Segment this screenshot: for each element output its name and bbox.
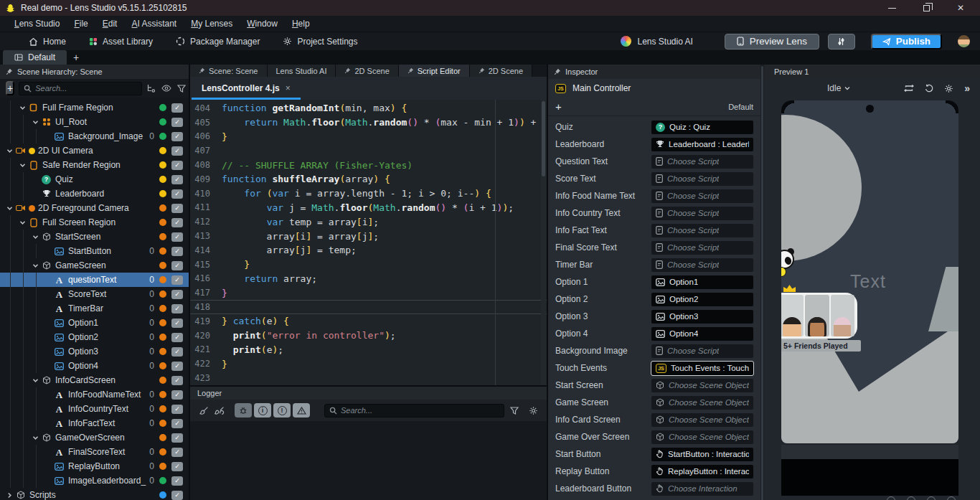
property-value-start-button[interactable]: StartButton : Interaction [651, 448, 753, 461]
collapse-tree-icon[interactable] [146, 84, 156, 93]
property-value-info-card-screen[interactable]: Choose Scene Object [651, 413, 753, 427]
logger-search-input[interactable] [341, 406, 499, 415]
property-value-replay-button[interactable]: ReplayButton : Interaction [651, 465, 753, 478]
clear-log-icon[interactable] [199, 406, 209, 415]
package-manager-button[interactable]: Package Manager [167, 33, 268, 50]
tree-item-safe-render-region[interactable]: Safe Render Region✓ [0, 158, 189, 172]
close-tab-icon[interactable]: × [286, 83, 291, 93]
tree-item-option2[interactable]: Option20✓ [0, 330, 189, 344]
pin-icon[interactable] [554, 68, 561, 75]
add-object-button[interactable]: + [6, 81, 14, 95]
visibility-checkbox[interactable]: ✓ [171, 275, 183, 285]
add-component-button[interactable]: + [555, 100, 562, 113]
property-value-option-1[interactable]: Option1 [651, 275, 753, 289]
visibility-checkbox[interactable]: ✓ [171, 161, 183, 170]
tree-item-imageleaderboard[interactable]: ImageLeaderboard_0✓ [0, 473, 189, 488]
visibility-checkbox[interactable]: ✓ [171, 333, 183, 342]
tree-item-startbutton[interactable]: StartButton0✓ [0, 244, 189, 258]
friends-leaderboard-widget[interactable] [781, 293, 857, 339]
tree-item-ui-root[interactable]: UI_Root✓ [0, 115, 189, 129]
property-value-game-over-screen[interactable]: Choose Scene Object [651, 430, 753, 444]
expand-arrow-icon[interactable] [4, 492, 14, 499]
tree-item-option3[interactable]: Option30✓ [0, 344, 189, 359]
visibility-checkbox[interactable]: ✓ [171, 462, 183, 471]
tree-item-questiontext[interactable]: AquestionText0✓ [0, 273, 189, 287]
property-value-info-fact-text[interactable]: Choose Script [651, 224, 753, 237]
eye-icon[interactable] [161, 84, 171, 93]
property-value-timer-bar[interactable]: Choose Script [651, 258, 753, 272]
collapse-arrow-icon[interactable] [30, 377, 40, 384]
visibility-checkbox[interactable]: ✓ [171, 261, 183, 270]
menu-item-ai-assistant[interactable]: AI Assistant [124, 19, 184, 29]
visibility-checkbox[interactable]: ✓ [171, 448, 183, 457]
tree-item-scoretext[interactable]: AScoreText0✓ [0, 287, 189, 301]
visibility-checkbox[interactable]: ✓ [171, 304, 183, 313]
property-value-game-screen[interactable]: Choose Scene Object [651, 396, 753, 410]
tree-item-finalscoretext[interactable]: AFinalScoreText0✓ [0, 445, 189, 459]
preview-tool-icon[interactable] [947, 496, 956, 500]
tree-item-infofoodnametext[interactable]: AInfoFoodNameText0✓ [0, 387, 189, 402]
tree-item-replaybutton[interactable]: ReplayButton0✓ [0, 459, 189, 473]
visibility-checkbox[interactable]: ✓ [171, 405, 183, 414]
menu-item-window[interactable]: Window [240, 19, 285, 29]
visibility-checkbox[interactable]: ✓ [171, 103, 183, 113]
visibility-checkbox[interactable]: ✓ [171, 175, 183, 184]
visibility-checkbox[interactable]: ✓ [171, 376, 183, 385]
property-value-option-4[interactable]: Option4 [651, 327, 753, 341]
preview-settings-icon[interactable] [944, 84, 953, 93]
collapse-arrow-icon[interactable] [4, 205, 14, 212]
visibility-checkbox[interactable]: ✓ [171, 132, 183, 141]
property-value-touch-events[interactable]: JSTouch Events : Touch Events [651, 362, 753, 375]
project-settings-button[interactable]: Project Settings [274, 33, 366, 50]
tree-item-timerbar[interactable]: ATimerBar0✓ [0, 301, 189, 316]
restore-button[interactable] [921, 3, 931, 13]
debug-filter-button[interactable] [235, 403, 252, 418]
tree-item-infofacttext[interactable]: AInfoFactText0✓ [0, 416, 189, 430]
menu-item-file[interactable]: File [67, 19, 95, 29]
lens-studio-ai-chip[interactable]: Lens Studio AI [621, 36, 718, 47]
property-value-background-image[interactable]: Choose Script [651, 344, 753, 358]
mode-label[interactable]: Default [728, 103, 753, 111]
visibility-checkbox[interactable]: ✓ [171, 433, 183, 443]
preview-tool-icon[interactable] [927, 496, 936, 500]
editor-tab-scene-scene-0[interactable]: Scene: Scene [190, 65, 268, 77]
user-avatar[interactable] [958, 35, 970, 47]
add-workspace-button[interactable]: + [67, 50, 85, 65]
tree-item-infocardscreen[interactable]: InfoCardScreen✓ [0, 373, 189, 387]
property-value-question-text[interactable]: Choose Script [651, 155, 753, 169]
visibility-checkbox[interactable]: ✓ [171, 146, 183, 156]
visibility-checkbox[interactable]: ✓ [171, 232, 183, 242]
visibility-checkbox[interactable]: ✓ [171, 419, 183, 428]
editor-scrollbar[interactable] [541, 100, 546, 385]
expand-panel-icon[interactable]: » [964, 82, 970, 94]
menu-item-edit[interactable]: Edit [95, 19, 125, 29]
preview-lens-button[interactable]: Preview Lens [725, 34, 819, 49]
collapse-arrow-icon[interactable] [30, 234, 40, 240]
tree-item-scripts[interactable]: Scripts✓ [0, 488, 189, 500]
visibility-checkbox[interactable]: ✓ [171, 189, 183, 199]
property-value-leaderboard-button[interactable]: Choose Interaction [651, 482, 753, 496]
menu-item-lens-studio[interactable]: Lens Studio [7, 19, 67, 29]
file-tab-lenscontroller[interactable]: LensController 4.js × [192, 78, 301, 100]
property-value-leaderboard[interactable]: Leaderboard : Leaderboard [651, 138, 753, 151]
tree-item-option4[interactable]: Option40✓ [0, 359, 189, 373]
property-value-start-screen[interactable]: Choose Scene Object [651, 379, 753, 392]
visibility-checkbox[interactable]: ✓ [171, 204, 183, 213]
visibility-checkbox[interactable]: ✓ [171, 319, 183, 328]
tree-item-gamescreen[interactable]: GameScreen✓ [0, 258, 189, 273]
tree-item-leaderboard[interactable]: Leaderboard✓ [0, 187, 189, 201]
menu-item-help[interactable]: Help [285, 19, 317, 29]
info-filter-button[interactable]: i [254, 403, 271, 418]
gear-icon[interactable] [529, 406, 538, 415]
property-value-score-text[interactable]: Choose Script [651, 172, 753, 186]
tree-item-quiz[interactable]: ?Quiz✓ [0, 172, 189, 187]
property-value-info-food-name-text[interactable]: Choose Script [651, 189, 753, 203]
tree-item-full-frame-region[interactable]: Full Frame Region✓ [0, 100, 189, 115]
publish-button[interactable]: Publish [871, 34, 942, 49]
visibility-checkbox[interactable]: ✓ [171, 362, 183, 371]
tree-item-option1[interactable]: Option10✓ [0, 316, 189, 330]
tree-item-gameoverscreen[interactable]: GameOverScreen✓ [0, 430, 189, 445]
pin-icon[interactable] [6, 68, 13, 75]
editor-tab-2d-scene-2[interactable]: 2D Scene [336, 65, 398, 77]
filter-icon[interactable] [177, 84, 186, 93]
